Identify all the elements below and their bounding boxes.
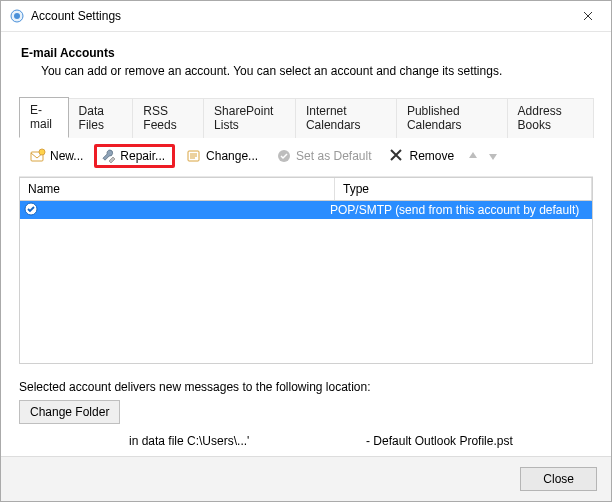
change-icon xyxy=(186,148,202,164)
account-type-cell: POP/SMTP (send from this account by defa… xyxy=(322,203,592,217)
delivery-label: Selected account delivers new messages t… xyxy=(19,380,593,394)
tab-label: Data Files xyxy=(79,104,104,132)
change-button[interactable]: Change... xyxy=(179,144,265,168)
content-area: E-mail Accounts You can add or remove an… xyxy=(1,32,611,456)
tab-label: RSS Feeds xyxy=(143,104,176,132)
tab-address-books[interactable]: Address Books xyxy=(507,98,594,138)
tabstrip: E-mail Data Files RSS Feeds SharePoint L… xyxy=(19,96,593,138)
remove-button[interactable]: Remove xyxy=(382,144,461,168)
tab-email[interactable]: E-mail xyxy=(19,97,69,138)
app-icon xyxy=(9,8,25,24)
tab-label: SharePoint Lists xyxy=(214,104,273,132)
account-list-header: Name Type xyxy=(19,177,593,201)
tab-label: Internet Calendars xyxy=(306,104,361,132)
repair-label: Repair... xyxy=(120,149,165,163)
window-close-button[interactable] xyxy=(565,1,611,31)
account-row[interactable]: POP/SMTP (send from this account by defa… xyxy=(20,201,592,219)
column-name[interactable]: Name xyxy=(20,178,335,200)
section-heading: E-mail Accounts xyxy=(21,46,593,60)
repair-button[interactable]: Repair... xyxy=(94,144,175,168)
svg-point-3 xyxy=(39,149,45,155)
set-default-button: Set as Default xyxy=(269,144,378,168)
change-folder-button[interactable]: Change Folder xyxy=(19,400,120,424)
delivery-profile: - Default Outlook Profile.pst xyxy=(366,434,513,448)
default-account-check-icon xyxy=(24,202,38,219)
tab-label: E-mail xyxy=(30,103,52,131)
toolbar: New... Repair... Chang xyxy=(19,138,593,177)
move-down-button xyxy=(485,148,501,164)
set-default-label: Set as Default xyxy=(296,149,371,163)
window-title: Account Settings xyxy=(31,9,121,23)
tab-label: Address Books xyxy=(518,104,562,132)
new-label: New... xyxy=(50,149,83,163)
tab-label: Published Calendars xyxy=(407,104,462,132)
remove-label: Remove xyxy=(409,149,454,163)
dialog-footer: Close xyxy=(1,456,611,501)
change-label: Change... xyxy=(206,149,258,163)
delivery-path: in data file C:\Users\...' - Default Out… xyxy=(129,434,593,448)
tab-internet-calendars[interactable]: Internet Calendars xyxy=(295,98,397,138)
titlebar: Account Settings xyxy=(1,1,611,32)
close-button[interactable]: Close xyxy=(520,467,597,491)
close-label: Close xyxy=(543,472,574,486)
new-mail-icon xyxy=(30,148,46,164)
svg-point-1 xyxy=(14,13,20,19)
wrench-icon xyxy=(100,148,116,164)
move-up-button xyxy=(465,148,481,164)
change-folder-label: Change Folder xyxy=(30,405,109,419)
new-button[interactable]: New... xyxy=(23,144,90,168)
account-name-cell xyxy=(20,202,322,219)
column-type[interactable]: Type xyxy=(335,178,592,200)
tab-rss-feeds[interactable]: RSS Feeds xyxy=(132,98,204,138)
remove-x-icon xyxy=(389,148,405,164)
account-list[interactable]: POP/SMTP (send from this account by defa… xyxy=(19,201,593,364)
account-settings-window: Account Settings E-mail Accounts You can… xyxy=(0,0,612,502)
check-circle-icon xyxy=(276,148,292,164)
tab-data-files[interactable]: Data Files xyxy=(68,98,134,138)
close-icon xyxy=(583,11,593,21)
section-description: You can add or remove an account. You ca… xyxy=(41,64,593,78)
tab-sharepoint-lists[interactable]: SharePoint Lists xyxy=(203,98,296,138)
delivery-path-prefix: in data file C:\Users\...' xyxy=(129,434,249,448)
tab-published-calendars[interactable]: Published Calendars xyxy=(396,98,508,138)
